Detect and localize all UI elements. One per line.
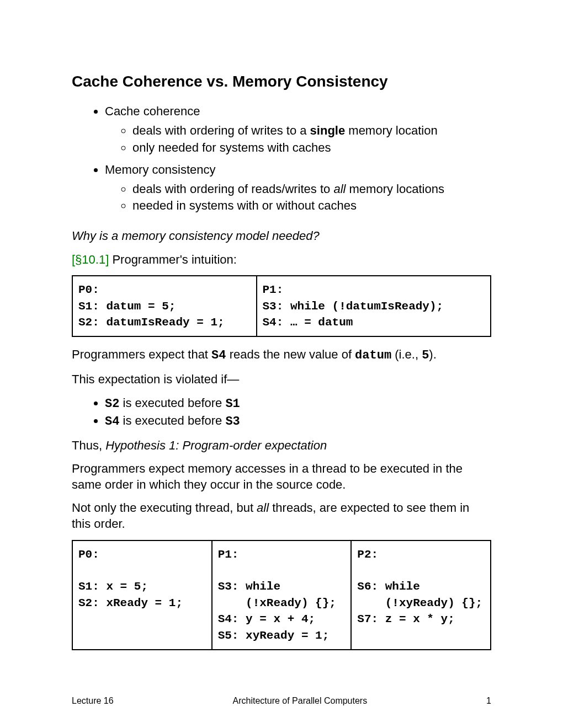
cc-label: Cache coherence bbox=[105, 104, 200, 118]
list-item: Cache coherence deals with ordering of w… bbox=[105, 104, 491, 156]
section-ref: [§10.1] bbox=[72, 253, 109, 266]
para-expect: Programmers expect that S4 reads the new… bbox=[72, 347, 491, 364]
code-cell-p2: P2: S6: while (!xyReady) {}; S7: z = x *… bbox=[351, 540, 491, 650]
list-item: needed in systems with or without caches bbox=[132, 198, 491, 214]
sub-list: deals with ordering of writes to a singl… bbox=[105, 123, 491, 156]
footer-center: Architecture of Parallel Computers bbox=[233, 696, 368, 706]
para-all-threads: Not only the executing thread, but all t… bbox=[72, 500, 491, 532]
list-item: deals with ordering of reads/writes to a… bbox=[132, 181, 491, 197]
code-cell-p0: P0: S1: datum = 5; S2: datumIsReady = 1; bbox=[72, 276, 257, 336]
violations-list: S2 is executed before S1 S4 is executed … bbox=[72, 395, 491, 430]
question-heading: Why is a memory consistency model needed… bbox=[72, 228, 491, 244]
page-footer: Lecture 16 Architecture of Parallel Comp… bbox=[72, 696, 491, 706]
code-table-2: P0: S1: x = 5; S2: xReady = 1; P1: S3: w… bbox=[72, 540, 491, 650]
list-item: deals with ordering of writes to a singl… bbox=[132, 123, 491, 139]
page-content: Cache Coherence vs. Memory Consistency C… bbox=[0, 0, 563, 650]
list-item: S2 is executed before S1 bbox=[105, 395, 491, 413]
main-list: Cache coherence deals with ordering of w… bbox=[72, 104, 491, 214]
list-item: Memory consistency deals with ordering o… bbox=[105, 162, 491, 214]
list-item: only needed for systems with caches bbox=[132, 140, 491, 156]
hypothesis: Thus, Hypothesis 1: Program-order expect… bbox=[72, 438, 491, 454]
page-title: Cache Coherence vs. Memory Consistency bbox=[72, 72, 491, 92]
footer-right: 1 bbox=[486, 696, 491, 706]
code-cell-p1: P1: S3: while (!datumIsReady); S4: … = d… bbox=[257, 276, 491, 336]
para-program-order: Programmers expect memory accesses in a … bbox=[72, 461, 491, 493]
sub-list: deals with ordering of reads/writes to a… bbox=[105, 181, 491, 214]
code-table-1: P0: S1: datum = 5; S2: datumIsReady = 1;… bbox=[72, 275, 491, 337]
para-violated: This expectation is violated if— bbox=[72, 372, 491, 388]
code-cell-p0: P0: S1: x = 5; S2: xReady = 1; bbox=[72, 540, 212, 650]
code-cell-p1: P1: S3: while (!xReady) {}; S4: y = x + … bbox=[212, 540, 352, 650]
footer-left: Lecture 16 bbox=[72, 696, 114, 706]
list-item: S4 is executed before S3 bbox=[105, 413, 491, 430]
mc-label: Memory consistency bbox=[105, 163, 216, 176]
intuition-line: [§10.1] Programmer's intuition: bbox=[72, 252, 491, 268]
